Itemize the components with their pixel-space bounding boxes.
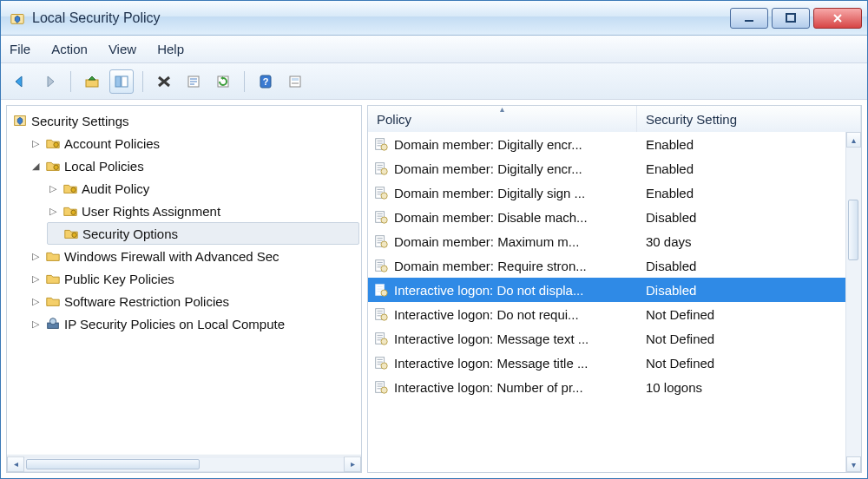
expand-icon[interactable]: ▷ bbox=[30, 138, 42, 149]
list-row[interactable]: Interactive logon: Message title ...Not … bbox=[368, 351, 845, 375]
expand-icon[interactable]: ▷ bbox=[30, 318, 42, 330]
svg-point-25 bbox=[381, 193, 387, 199]
policy-item-icon bbox=[373, 136, 389, 152]
list-row[interactable]: Domain member: Digitally encr...Enabled bbox=[368, 156, 845, 180]
scroll-up-button[interactable]: ▴ bbox=[846, 132, 861, 148]
minimize-button[interactable] bbox=[730, 8, 768, 29]
folder-policy-icon bbox=[62, 203, 78, 219]
expand-icon[interactable]: ▷ bbox=[47, 183, 59, 194]
forward-button[interactable] bbox=[37, 69, 62, 94]
svg-point-33 bbox=[381, 290, 387, 296]
svg-point-21 bbox=[381, 144, 387, 150]
toolbar-separator bbox=[70, 71, 71, 92]
list-row[interactable]: Domain member: Require stron...Disabled bbox=[368, 253, 845, 278]
menu-action[interactable]: Action bbox=[51, 42, 88, 56]
back-button[interactable] bbox=[8, 69, 32, 94]
tree[interactable]: Security Settings ▷ Account Policies bbox=[7, 106, 361, 455]
collapse-icon[interactable]: ◢ bbox=[30, 161, 42, 172]
policy-name: Interactive logon: Number of pr... bbox=[394, 380, 583, 395]
show-tree-button[interactable] bbox=[109, 69, 134, 94]
svg-rect-2 bbox=[786, 14, 795, 22]
folder-up-icon bbox=[83, 74, 101, 89]
policy-item-icon bbox=[373, 355, 389, 371]
tree-item-label: Security Options bbox=[82, 226, 178, 241]
close-button[interactable] bbox=[813, 8, 862, 29]
tree-item-security-options[interactable]: Security Options bbox=[47, 222, 359, 245]
scroll-thumb[interactable] bbox=[848, 200, 858, 260]
list-row[interactable]: Domain member: Disable mach...Disabled bbox=[368, 205, 845, 229]
properties-button[interactable] bbox=[283, 69, 307, 94]
refresh-button[interactable] bbox=[211, 69, 235, 94]
export-button[interactable] bbox=[181, 69, 206, 94]
list-row[interactable]: Domain member: Digitally encr...Enabled bbox=[368, 132, 845, 156]
svg-point-37 bbox=[381, 338, 387, 344]
list-header: ▴ Policy Security Setting bbox=[368, 106, 861, 132]
tree-item-label: Windows Firewall with Advanced Sec bbox=[64, 249, 279, 264]
scroll-thumb[interactable] bbox=[26, 459, 200, 469]
svg-point-27 bbox=[381, 217, 387, 223]
list-row[interactable]: Interactive logon: Number of pr...10 log… bbox=[368, 375, 845, 399]
title-bar: Local Security Policy bbox=[1, 1, 867, 36]
policy-item-icon bbox=[373, 306, 389, 322]
svg-text:?: ? bbox=[263, 76, 269, 87]
list-body[interactable]: Domain member: Digitally encr...EnabledD… bbox=[368, 132, 861, 472]
close-icon bbox=[832, 12, 844, 24]
scroll-left-button[interactable]: ◂ bbox=[7, 456, 24, 472]
tree-item-public-key[interactable]: ▷ Public Key Policies bbox=[30, 267, 359, 290]
expand-icon[interactable]: ▷ bbox=[47, 206, 59, 217]
policy-item-icon bbox=[373, 282, 389, 298]
scroll-track[interactable] bbox=[24, 456, 344, 472]
expand-icon[interactable]: ▷ bbox=[30, 296, 42, 307]
tree-item-ipsec[interactable]: ▷ IP Security Policies on Local Compute bbox=[30, 312, 359, 335]
policy-item-icon bbox=[373, 379, 389, 395]
tree-item-firewall[interactable]: ▷ Windows Firewall with Advanced Sec bbox=[30, 245, 359, 267]
app-icon bbox=[10, 10, 25, 26]
tree-item-software-restriction[interactable]: ▷ Software Restriction Policies bbox=[30, 290, 359, 312]
back-arrow-icon bbox=[11, 74, 29, 89]
menu-help[interactable]: Help bbox=[157, 42, 184, 56]
policy-name: Interactive logon: Message text ... bbox=[394, 331, 589, 346]
tree-pane-icon bbox=[113, 74, 130, 89]
svg-rect-3 bbox=[86, 80, 98, 87]
column-header-setting[interactable]: Security Setting bbox=[637, 106, 861, 132]
up-level-button[interactable] bbox=[80, 69, 104, 94]
policy-name: Domain member: Digitally sign ... bbox=[394, 186, 585, 200]
policy-item-icon bbox=[373, 161, 389, 176]
tree-item-audit-policy[interactable]: ▷ Audit Policy bbox=[47, 177, 359, 200]
list-row[interactable]: Interactive logon: Message text ...Not D… bbox=[368, 326, 845, 351]
tree-item-account-policies[interactable]: ▷ Account Policies bbox=[30, 132, 359, 154]
help-button[interactable]: ? bbox=[253, 69, 278, 94]
list-row[interactable]: Interactive logon: Do not displa...Disab… bbox=[368, 278, 845, 302]
list-row[interactable]: Interactive logon: Do not requi...Not De… bbox=[368, 302, 845, 326]
expand-icon[interactable]: ▷ bbox=[30, 251, 42, 262]
scroll-track[interactable] bbox=[846, 148, 861, 456]
list-row[interactable]: Domain member: Digitally sign ...Enabled bbox=[368, 180, 845, 205]
svg-rect-5 bbox=[122, 76, 128, 87]
tree-horizontal-scrollbar[interactable]: ◂ ▸ bbox=[7, 455, 361, 472]
column-label: Security Setting bbox=[646, 112, 737, 127]
ipsec-icon bbox=[45, 316, 61, 331]
content-area: Security Settings ▷ Account Policies bbox=[1, 100, 867, 478]
svg-point-16 bbox=[71, 210, 76, 214]
tree-root[interactable]: Security Settings bbox=[12, 109, 359, 132]
svg-point-41 bbox=[381, 387, 387, 393]
minimize-icon bbox=[743, 12, 755, 24]
menu-file[interactable]: File bbox=[10, 42, 30, 56]
menu-view[interactable]: View bbox=[108, 42, 136, 56]
scroll-down-button[interactable]: ▾ bbox=[846, 456, 861, 472]
tree-item-local-policies[interactable]: ◢ Local Policies bbox=[30, 154, 359, 177]
tree-pane: Security Settings ▷ Account Policies bbox=[6, 105, 362, 473]
delete-button[interactable] bbox=[152, 69, 176, 94]
list-vertical-scrollbar[interactable]: ▴ ▾ bbox=[845, 132, 861, 472]
expand-icon[interactable]: ▷ bbox=[30, 273, 42, 285]
svg-point-14 bbox=[54, 165, 58, 169]
maximize-button[interactable] bbox=[772, 8, 810, 29]
scroll-right-button[interactable]: ▸ bbox=[344, 456, 361, 472]
column-header-policy[interactable]: ▴ Policy bbox=[368, 106, 637, 132]
help-icon: ? bbox=[257, 74, 274, 89]
folder-icon bbox=[45, 271, 61, 286]
svg-point-23 bbox=[381, 168, 387, 174]
tree-item-user-rights[interactable]: ▷ User Rights Assignment bbox=[47, 200, 359, 222]
policy-name: Domain member: Digitally encr... bbox=[394, 161, 582, 176]
list-row[interactable]: Domain member: Maximum m...30 days bbox=[368, 229, 845, 253]
